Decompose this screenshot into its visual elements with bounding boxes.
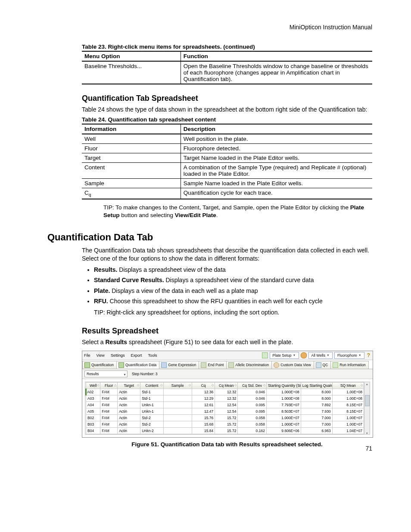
menu-view[interactable]: View (97, 353, 105, 358)
grid-header[interactable]: Fluor△ (100, 382, 118, 389)
sec1-para: Table 24 shows the type of data shown in… (82, 106, 372, 114)
subhead-results-spreadsheet: Results Spreadsheet (82, 327, 372, 336)
wells-dropdown[interactable]: All Wells▼ (308, 352, 333, 359)
tab-custom-data-view[interactable]: Custom Data View (271, 361, 314, 369)
list-item: Results. Displays a spreadsheet view of … (94, 265, 372, 274)
grid-header[interactable]: Cq Std. Dev◇ (238, 382, 267, 389)
table-row[interactable]: A02FAMActinStd-112.3612.320.0461.000E+08… (86, 389, 364, 395)
tab-gene-expression[interactable]: Gene Expression (159, 361, 199, 369)
table24-caption: Table 24. Quantification tab spreadsheet… (82, 116, 372, 123)
vertical-scrollbar[interactable]: ▴▾ (364, 382, 370, 434)
list-item: Plate. Displays a view of the data in ea… (94, 286, 372, 295)
fluorophore-dropdown[interactable]: Fluorophore▼ (334, 352, 364, 359)
plate-setup-dropdown[interactable]: Plate Setup▼ (270, 352, 299, 359)
tab-qc[interactable]: QC (314, 361, 331, 369)
grid-header[interactable]: Cq◇ (192, 382, 215, 389)
sec2-bullets: Results. Displays a spreadsheet view of … (94, 265, 372, 317)
table24-h2: Description (181, 124, 372, 134)
table-cell: Well position in the plate. (181, 134, 372, 144)
table-cell: Fluorophore detected. (181, 143, 372, 153)
menu-file[interactable]: File (84, 353, 90, 358)
tab-quantification-data[interactable]: Quantification Data (116, 361, 159, 369)
table24: Information Description WellWell positio… (82, 124, 372, 199)
sec2-para: The Quantification Data tab shows spread… (82, 246, 372, 263)
table-cell: Fluor (82, 143, 181, 153)
help-icon[interactable]: ? (366, 352, 371, 358)
table-cell: Target (82, 153, 181, 162)
table-row[interactable]: B02FAMActinStd-215.7615.720.0581.000E+07… (86, 414, 364, 421)
table-cell: Content (82, 162, 181, 178)
wells-icon (301, 352, 307, 358)
list-item: Standard Curve Results. Displays a sprea… (94, 276, 372, 284)
grid-header[interactable]: Cq Mean◇ (215, 382, 238, 389)
sheet-select-dropdown[interactable]: Results (84, 370, 128, 377)
menu-settings[interactable]: Settings (111, 353, 125, 358)
tab-end-point[interactable]: End Point (199, 361, 227, 369)
menu-tools[interactable]: Tools (148, 353, 157, 358)
table23-h2: Function (181, 51, 372, 61)
table-cell: Target Name loaded in the Plate Editor w… (181, 153, 372, 162)
subhead-quant-tab-spreadsheet: Quantification Tab Spreadsheet (82, 94, 372, 103)
table-cell: Quantification cycle for each trace. (181, 188, 372, 199)
step-number-label: Step Number: 3 (132, 372, 158, 376)
table-cell: Cq (82, 188, 181, 199)
table-cell: Sample (82, 178, 181, 188)
tab-run-information[interactable]: Run Information (330, 361, 368, 369)
table-cell: Open the Baseline Thresholds window to c… (181, 61, 372, 84)
grid-header[interactable]: Content◇ (140, 382, 163, 389)
grid-header[interactable]: Starting Quantity (SQ)◇ (266, 382, 301, 389)
table-cell: Well (82, 134, 181, 144)
list-item: RFU. Choose this spreadsheet to show the… (94, 297, 372, 317)
table-row[interactable]: B03FAMActinStd-215.6815.720.0581.000E+07… (86, 421, 364, 427)
grid-header[interactable]: Target◇ (118, 382, 140, 389)
head-quant-data-tab: Quantification Data Tab (47, 232, 372, 243)
table-row[interactable]: A05FAMActinUnkn-112.4712.540.0958.503E+0… (86, 408, 364, 414)
table-row[interactable]: A03FAMActinStd-112.2912.320.0461.000E+08… (86, 395, 364, 401)
grid-header[interactable]: SQ Mean◇ (332, 382, 364, 389)
results-grid[interactable]: Well◇Fluor△Target◇Content◇Sample◇Cq◇Cq M… (85, 382, 364, 434)
sheet-controls: Results Step Number: 3 (82, 369, 373, 379)
grid-header[interactable]: Sample◇ (163, 382, 192, 389)
tab-allelic-discrimination[interactable]: Allelic Discrimination (226, 361, 272, 369)
table23: Menu Option Function Baseline Thresholds… (82, 51, 372, 84)
table23-h1: Menu Option (82, 51, 181, 61)
bullet-tip: TIP: Right-click any spreadsheet for opt… (94, 308, 372, 317)
sec3-para: Select a Results spreadsheet (Figure 51)… (82, 338, 372, 346)
figure51-screenshot: File View Settings Export Tools Plate Se… (82, 351, 373, 438)
tip-plate-editor: TIP: To make changes to the Content, Tar… (103, 204, 372, 220)
table23-caption: Table 23. Right-click menu items for spr… (82, 44, 372, 50)
table24-h1: Information (82, 124, 181, 134)
table-row[interactable]: B04FAMActinUnkn-215.8415.720.1629.606E+0… (86, 427, 364, 434)
plate-setup-icon (262, 352, 268, 358)
menu-export[interactable]: Export (131, 353, 142, 358)
grid-header[interactable]: Well◇ (86, 382, 100, 389)
tab-quantification[interactable]: Quantification (82, 361, 117, 369)
table-cell: A combination of the Sample Type (requir… (181, 162, 372, 178)
table-row[interactable]: A04FAMActinUnkn-112.6112.540.0957.793E+0… (86, 401, 364, 408)
figure51-caption: Figure 51. Quantification Data tab with … (82, 441, 372, 448)
page-header-title: MiniOpticon Instruction Manual (47, 24, 372, 31)
page-number: 71 (365, 445, 372, 452)
tab-bar: Quantification Quantification Data Gene … (82, 360, 373, 369)
table-cell: Baseline Thresholds... (82, 61, 181, 84)
grid-header[interactable]: Log Starting Quantity◇ (301, 382, 332, 389)
app-menubar: File View Settings Export Tools Plate Se… (82, 351, 373, 360)
table-cell: Sample Name loaded in the Plate Editor w… (181, 178, 372, 188)
